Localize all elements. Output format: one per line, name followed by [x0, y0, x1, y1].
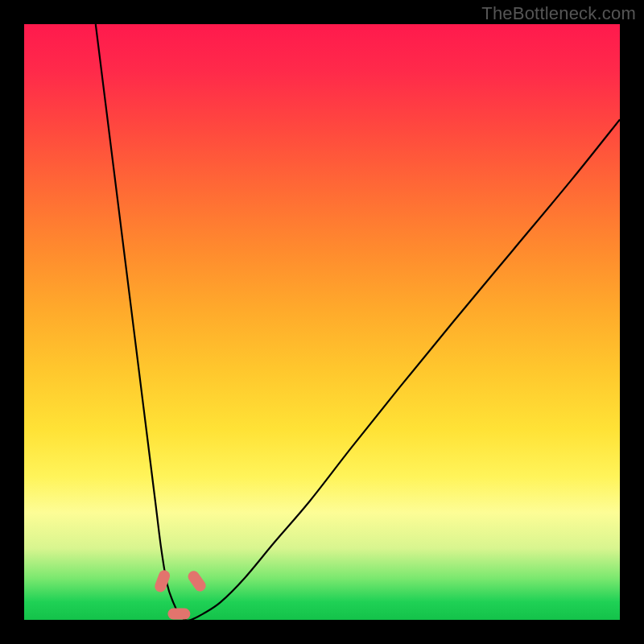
- chart-frame: TheBottleneck.com: [0, 0, 644, 644]
- chart-svg: [24, 24, 620, 620]
- chart-plot-area: [24, 24, 620, 620]
- chart-markers: [153, 568, 208, 619]
- chart-marker: [167, 609, 190, 620]
- chart-marker: [186, 568, 208, 593]
- watermark-text: TheBottleneck.com: [481, 3, 636, 24]
- bottleneck-curve: [96, 24, 620, 620]
